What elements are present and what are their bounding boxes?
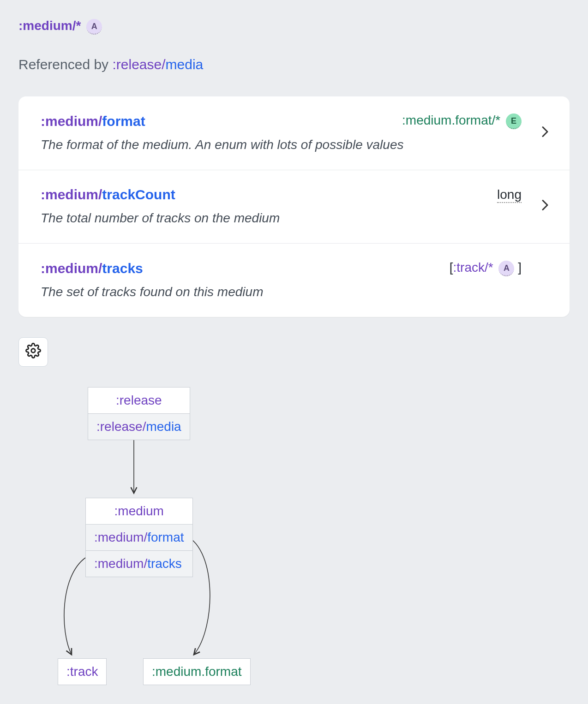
bracket-open: [ <box>450 260 453 274</box>
chevron-right-icon <box>541 272 549 288</box>
svg-point-0 <box>31 348 36 352</box>
attr-type: long <box>497 187 522 202</box>
type-star: * <box>495 113 500 127</box>
page-title: :medium/* A <box>18 18 570 35</box>
node-head: :release <box>116 393 162 407</box>
attr-name: tracks <box>102 261 143 276</box>
node-ns: :release <box>96 419 143 434</box>
attr-type: [:track/* A ] <box>450 260 522 276</box>
diagram-node-release[interactable]: :release :release/media <box>88 387 190 440</box>
chevron-right-icon <box>541 199 549 215</box>
attr-desc: The format of the medium. An enum with l… <box>41 137 547 152</box>
diagram-node-medium[interactable]: :medium :medium/format :medium/tracks <box>85 498 193 577</box>
type-slash: / <box>485 260 488 274</box>
aggregate-badge-icon: A <box>86 19 102 35</box>
attributes-card: :medium/format :medium.format/* E The fo… <box>18 96 570 317</box>
node-attr: format <box>147 530 184 544</box>
referenced-attr[interactable]: media <box>166 57 204 72</box>
gear-icon <box>25 343 41 362</box>
attr-type: :medium.format/* E <box>402 113 522 129</box>
referenced-by-line: Referenced by :release/media <box>18 57 570 72</box>
attr-desc: The total number of tracks on the medium <box>41 211 547 226</box>
referenced-by-label: Referenced by <box>18 57 112 72</box>
node-head: :medium <box>114 504 164 518</box>
type-ns: :track <box>453 260 485 274</box>
referenced-ns[interactable]: :release <box>112 57 162 72</box>
bracket-close: ] <box>514 260 522 274</box>
attr-ns: :medium <box>41 261 98 276</box>
enum-badge-icon: E <box>506 113 522 129</box>
node-head: :track <box>66 664 98 679</box>
attr-row-tracks[interactable]: :medium/tracks [:track/* A ] The set of … <box>18 244 570 317</box>
attr-desc: The set of tracks found on this medium <box>41 285 547 299</box>
attr-name: trackCount <box>102 187 175 202</box>
type-ns: :medium.format <box>402 113 492 127</box>
type-raw: long <box>497 187 522 203</box>
node-slash: / <box>144 530 147 544</box>
referenced-slash: / <box>162 57 165 72</box>
diagram-node-track[interactable]: :track <box>58 658 107 685</box>
settings-button[interactable] <box>18 337 48 367</box>
diagram-node-medium-format[interactable]: :medium.format <box>143 658 251 685</box>
schema-diagram: :release :release/media :medium :medium/… <box>32 378 570 704</box>
chevron-right-icon <box>541 125 549 141</box>
node-ns: :medium <box>94 556 144 571</box>
aggregate-badge-icon: A <box>498 261 514 276</box>
attr-row-trackcount[interactable]: :medium/trackCount long The total number… <box>18 170 570 244</box>
node-attr: tracks <box>147 556 182 571</box>
node-ns: :medium <box>94 530 144 544</box>
attr-name: format <box>102 113 145 129</box>
attr-ns: :medium <box>41 113 98 129</box>
node-slash: / <box>144 556 147 571</box>
title-namespace: :medium <box>18 18 72 33</box>
attr-ns: :medium <box>41 187 98 202</box>
node-attr: media <box>146 419 181 434</box>
type-star: * <box>488 260 493 274</box>
node-head: :medium.format <box>152 664 242 679</box>
title-star: * <box>76 18 81 33</box>
attr-row-format[interactable]: :medium/format :medium.format/* E The fo… <box>18 96 570 170</box>
